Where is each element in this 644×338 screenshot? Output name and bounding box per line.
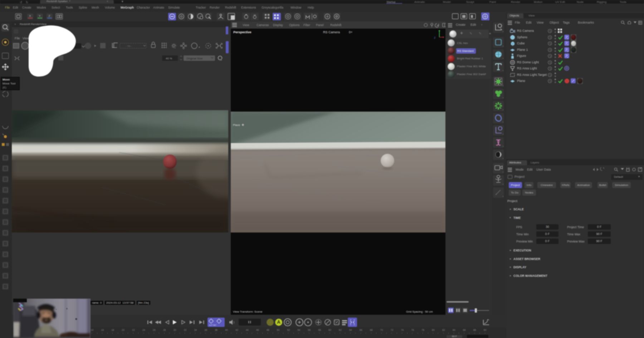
svg-text:Z: Z xyxy=(434,36,436,39)
svg-text:AUT KEY: AUT KEY xyxy=(209,324,217,326)
svg-text:Y: Y xyxy=(39,14,41,18)
svg-text:Z: Z xyxy=(49,14,50,18)
svg-text:X: X xyxy=(29,14,31,18)
svg-text:Original Size: Original Size xyxy=(186,57,203,60)
svg-text:40 %: 40 % xyxy=(166,57,172,60)
svg-text:- no -: - no - xyxy=(126,44,132,48)
